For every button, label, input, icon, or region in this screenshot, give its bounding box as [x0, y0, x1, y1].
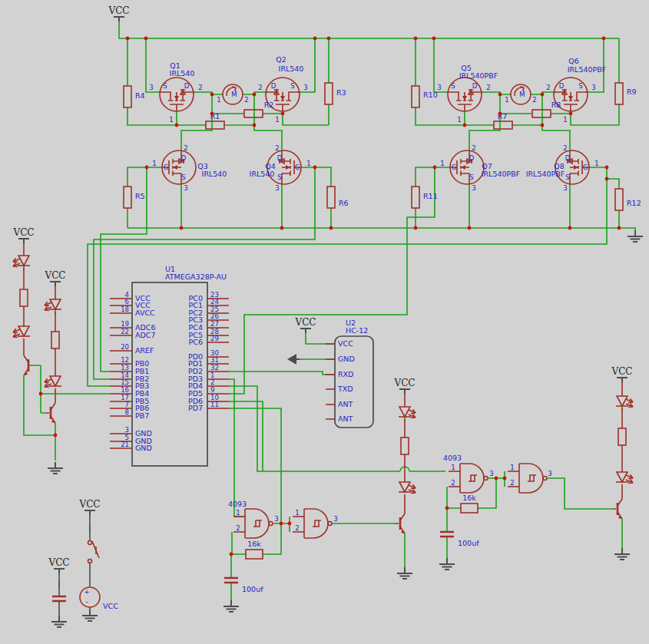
pin-label: D — [271, 82, 276, 90]
pin-number: 22 — [121, 328, 129, 335]
pin-label: 3 — [275, 184, 279, 192]
pin-label: S — [277, 173, 281, 181]
pin-name: GND — [135, 444, 152, 452]
vcc-label: VCC — [44, 270, 65, 281]
pin-number: 3 — [489, 470, 493, 477]
pin-label: S — [181, 173, 185, 181]
pin-label: 2 — [532, 96, 536, 104]
pin-number: 29 — [210, 335, 219, 342]
mosfet-ref: Q2 — [276, 55, 286, 64]
battery-plus: + — [84, 588, 89, 596]
pin-number: 12 — [121, 356, 129, 364]
resistor-ref: R11 — [423, 192, 438, 200]
motor-letter: M — [231, 91, 237, 98]
pin-label: D — [559, 82, 565, 90]
pin-label: 1 — [275, 116, 279, 124]
pin-number: 19 — [121, 320, 129, 328]
pin-number: 3 — [548, 470, 551, 477]
pin-label: 2 — [486, 84, 490, 91]
pin-name: RXD — [338, 370, 353, 378]
resistor-ref: R12 — [627, 199, 641, 207]
resistor-ref: R10 — [423, 91, 438, 99]
mosfet-value: IRL540 — [202, 170, 227, 178]
pin-label: S — [469, 173, 473, 181]
pin-number: 11 — [210, 401, 219, 408]
pin-number: 2 — [236, 524, 240, 532]
pin-name: AVCC — [135, 309, 155, 317]
pin-number: 1 — [451, 464, 455, 471]
pin-number: 3 — [333, 515, 337, 523]
pin-number: 20 — [121, 343, 129, 351]
capacitor-value: 100uf — [242, 585, 263, 593]
pin-label: G — [295, 163, 300, 171]
vcc-label: VCC — [393, 378, 415, 388]
pin-label: 2 — [184, 144, 187, 152]
pin-label: S — [290, 82, 294, 90]
pin-name: AREF — [135, 346, 154, 355]
pin-number: 2 — [210, 378, 214, 386]
resistor-ref: R5 — [135, 192, 145, 200]
pin-label: 1 — [440, 160, 444, 167]
schematic-editor-canvas[interactable]: Q1IRL5403SD21Q2IRL5402DS31Q3IRL5401G2DS3… — [0, 0, 649, 644]
ic-value: ATMEGA328P-AU — [165, 272, 227, 281]
pin-label: 2 — [198, 84, 202, 91]
mosfet-value: IRL540 — [170, 69, 195, 78]
pin-number: 6 — [125, 298, 129, 305]
pin-label: S — [163, 82, 167, 90]
pin-label: D — [472, 82, 478, 90]
pin-number: 7 — [125, 401, 129, 408]
pin-label: G — [452, 163, 457, 171]
resistor-ref: R6 — [339, 199, 349, 207]
pin-label: 1 — [152, 160, 156, 167]
pin-label: 1 — [169, 116, 173, 124]
resistor-ref: R4 — [135, 91, 145, 100]
battery-label: VCC — [103, 602, 118, 610]
vcc-label: VCC — [611, 366, 632, 377]
pin-number: 1 — [510, 464, 514, 471]
pin-label: S — [578, 82, 582, 90]
pin-name: ANT — [338, 400, 353, 408]
pin-name: GND — [338, 355, 355, 363]
pin-label: 3 — [591, 84, 595, 91]
pin-number: 26 — [210, 312, 219, 320]
pin-label: D — [184, 82, 190, 90]
pin-name: ADC7 — [135, 331, 156, 339]
pin-number: 32 — [210, 364, 219, 372]
resistor-ref: R9 — [627, 88, 637, 96]
pin-number: 15 — [121, 378, 129, 386]
pin-name: PD7 — [188, 404, 203, 412]
pin-label: 1 — [306, 160, 310, 167]
vcc-label: VCC — [12, 227, 34, 238]
pin-label: 2 — [258, 84, 262, 91]
pin-name: VCC — [338, 339, 353, 348]
pin-label: 3 — [437, 84, 441, 91]
mosfet-value: IRL540 — [279, 64, 304, 73]
pin-number: 1 — [236, 509, 240, 517]
resistor-ref: R3 — [336, 88, 346, 97]
pin-number: 1 — [295, 509, 299, 517]
schematic-canvas[interactable]: Q1IRL5403SD21Q2IRL5402DS31Q3IRL5401G2DS3… — [0, 0, 649, 644]
resistor-ref: 16k — [462, 494, 476, 502]
pin-label: 1 — [594, 160, 598, 167]
pin-label: D — [469, 154, 475, 162]
pin-label: 3 — [472, 184, 475, 192]
pin-name: PC6 — [189, 338, 203, 346]
pin-label: 3 — [563, 184, 567, 192]
gate-ic-label: 4093 — [443, 454, 462, 462]
pin-label: S — [565, 173, 569, 181]
pin-label: 2 — [472, 144, 475, 152]
vcc-label: VCC — [108, 5, 129, 16]
pin-label: 2 — [563, 144, 567, 152]
pin-label: D — [277, 154, 283, 162]
pin-name: ANT — [338, 414, 353, 423]
battery-minus: - — [85, 598, 88, 606]
pin-number: 2 — [510, 479, 514, 487]
pin-number: 21 — [121, 441, 129, 448]
motor-letter: M — [519, 91, 525, 98]
pin-label: D — [181, 154, 187, 162]
pin-name: PB7 — [135, 411, 149, 420]
pin-number: 2 — [451, 479, 455, 487]
pin-number: 8 — [125, 408, 129, 416]
pin-label: 1 — [505, 96, 508, 104]
pin-label: 2 — [275, 144, 279, 152]
